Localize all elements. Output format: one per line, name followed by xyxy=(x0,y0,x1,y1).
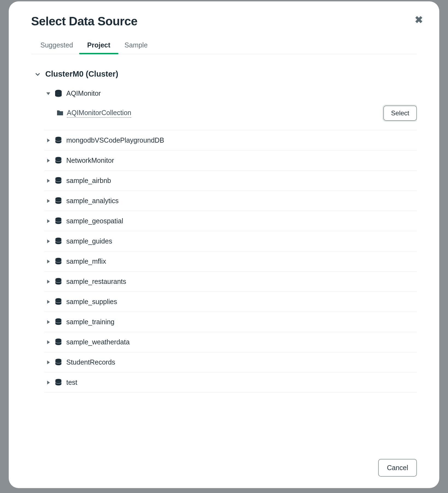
database-icon xyxy=(55,339,62,346)
cluster-name: ClusterM0 (Cluster) xyxy=(45,70,118,79)
database-row[interactable]: sample_supplies xyxy=(44,292,417,312)
chevron-down-icon xyxy=(34,70,41,78)
cluster-row[interactable]: ClusterM0 (Cluster) xyxy=(31,67,417,83)
svg-point-20 xyxy=(55,298,61,300)
database-row[interactable]: sample_geospatial xyxy=(44,211,417,231)
database-icon xyxy=(55,177,62,184)
database-row[interactable]: sample_airbnb xyxy=(44,171,417,191)
database-name: sample_supplies xyxy=(66,298,117,306)
svg-marker-17 xyxy=(47,280,50,284)
folder-icon xyxy=(56,110,64,116)
database-name: sample_mflix xyxy=(66,257,106,265)
database-icon xyxy=(55,137,62,144)
database-row[interactable]: NetworkMonitor xyxy=(44,151,417,171)
modal-footer: Cancel xyxy=(31,451,417,477)
database-icon xyxy=(55,318,62,326)
caret-right-icon xyxy=(46,320,50,324)
tab-suggested[interactable]: Suggested xyxy=(40,41,73,54)
caret-right-icon xyxy=(46,179,50,183)
caret-right-icon xyxy=(46,239,50,244)
svg-point-6 xyxy=(55,157,61,159)
caret-right-icon xyxy=(46,380,50,385)
svg-point-10 xyxy=(55,197,61,200)
modal-title: Select Data Source xyxy=(31,14,417,28)
collection-name: AQIMonitorCollection xyxy=(67,109,131,118)
caret-down-icon xyxy=(46,91,50,96)
database-name: mongodbVSCodePlaygroundDB xyxy=(66,136,164,144)
caret-right-icon xyxy=(46,158,50,163)
svg-point-18 xyxy=(55,278,61,280)
database-icon xyxy=(55,238,62,245)
database-name: sample_guides xyxy=(66,237,112,245)
database-row[interactable]: test xyxy=(44,372,417,393)
database-row[interactable]: mongodbVSCodePlaygroundDB xyxy=(44,130,417,151)
svg-point-16 xyxy=(55,258,61,260)
tab-project[interactable]: Project xyxy=(87,41,110,54)
close-icon[interactable]: ✖ xyxy=(415,15,423,25)
svg-marker-21 xyxy=(47,320,50,324)
caret-right-icon xyxy=(46,300,50,304)
database-name: test xyxy=(66,378,77,386)
caret-right-icon xyxy=(46,360,50,365)
database-icon xyxy=(55,278,62,285)
database-name: sample_airbnb xyxy=(66,177,111,185)
svg-point-24 xyxy=(55,338,61,341)
database-icon xyxy=(55,218,62,225)
database-row[interactable]: sample_analytics xyxy=(44,191,417,211)
database-icon xyxy=(55,197,62,205)
svg-point-14 xyxy=(55,238,61,240)
svg-point-26 xyxy=(55,359,61,361)
svg-point-8 xyxy=(55,177,61,179)
svg-marker-19 xyxy=(47,300,50,304)
svg-marker-15 xyxy=(47,260,50,263)
svg-point-22 xyxy=(55,318,61,321)
svg-marker-23 xyxy=(47,340,50,344)
database-row[interactable]: sample_restaurants xyxy=(44,272,417,292)
caret-right-icon xyxy=(46,259,50,264)
cancel-button[interactable]: Cancel xyxy=(378,459,417,477)
svg-marker-25 xyxy=(47,360,50,364)
database-name: NetworkMonitor xyxy=(66,157,114,164)
select-button[interactable]: Select xyxy=(383,106,417,121)
database-row[interactable]: sample_mflix xyxy=(44,251,417,272)
database-row[interactable]: StudentRecords xyxy=(44,352,417,372)
database-name: sample_geospatial xyxy=(66,217,123,225)
svg-point-4 xyxy=(55,137,61,139)
svg-point-28 xyxy=(55,379,61,381)
database-name: StudentRecords xyxy=(66,358,115,366)
svg-point-12 xyxy=(55,217,61,220)
collection-left: AQIMonitorCollection xyxy=(56,109,131,118)
svg-marker-27 xyxy=(47,381,50,384)
database-icon xyxy=(55,258,62,265)
collection-row[interactable]: AQIMonitorCollection Select xyxy=(44,101,417,130)
select-data-source-modal: ✖ Select Data Source Suggested Project S… xyxy=(9,1,439,488)
tab-bar: Suggested Project Sample xyxy=(31,41,417,54)
database-icon xyxy=(55,359,62,366)
svg-marker-13 xyxy=(47,239,50,243)
database-list: AQIMonitor AQIMonitorCollection Select m… xyxy=(44,83,417,393)
database-row[interactable]: AQIMonitor xyxy=(44,83,417,101)
database-name: sample_analytics xyxy=(66,197,119,205)
svg-marker-3 xyxy=(47,139,50,142)
svg-point-2 xyxy=(55,90,61,92)
svg-marker-7 xyxy=(47,179,50,183)
caret-right-icon xyxy=(46,199,50,203)
database-icon xyxy=(55,157,62,164)
database-name: sample_weatherdata xyxy=(66,338,130,346)
database-name: AQIMonitor xyxy=(66,89,101,97)
database-icon xyxy=(55,379,62,386)
database-row[interactable]: sample_guides xyxy=(44,231,417,251)
database-row[interactable]: sample_weatherdata xyxy=(44,332,417,352)
database-row[interactable]: sample_training xyxy=(44,312,417,332)
caret-right-icon xyxy=(46,279,50,284)
caret-right-icon xyxy=(46,340,50,344)
database-name: sample_training xyxy=(66,318,115,326)
svg-marker-9 xyxy=(47,199,50,203)
database-icon xyxy=(55,90,62,97)
tab-sample[interactable]: Sample xyxy=(124,41,148,54)
svg-marker-11 xyxy=(47,219,50,223)
svg-marker-0 xyxy=(46,92,50,95)
caret-right-icon xyxy=(46,138,50,143)
database-icon xyxy=(55,298,62,305)
svg-marker-5 xyxy=(47,159,50,163)
